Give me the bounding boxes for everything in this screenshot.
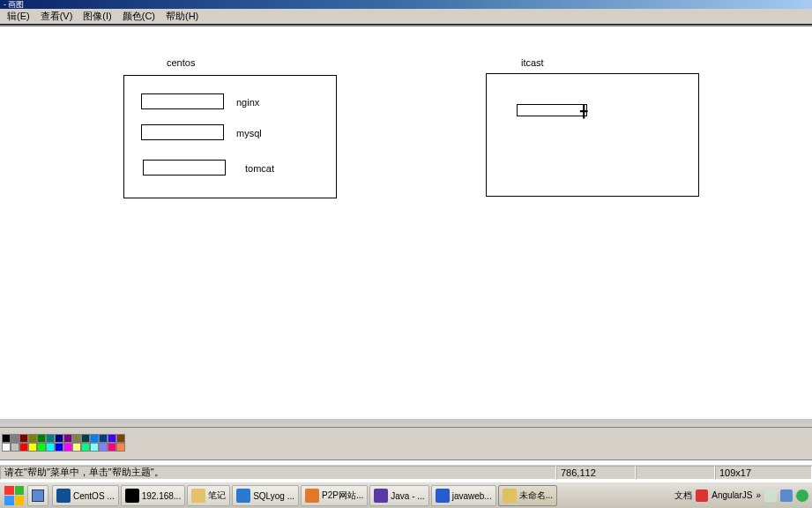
taskbar-item-icon-6 [436,489,450,503]
itcast-box: ╋ [486,73,699,197]
taskbar-item-label-0: CentOS ... [73,491,115,501]
drawing-cursor-icon: ╋ [580,104,587,118]
palette-swatch-1[interactable] [11,434,19,443]
palette-swatch-2[interactable] [19,434,28,443]
palette-swatch-20[interactable] [55,443,63,452]
palette-swatch-12[interactable] [108,434,116,443]
centos-item-rect-1 [141,124,224,140]
palette-swatch-14[interactable] [2,443,11,452]
palette-swatch-15[interactable] [11,443,19,452]
palette-swatch-11[interactable] [99,434,108,443]
tray-icon-3[interactable] [780,489,793,502]
palette-swatch-23[interactable] [81,443,90,452]
palette-swatch-13[interactable] [116,434,125,443]
taskbar-item-icon-4 [305,489,319,503]
titlebar: - 画图 [0,0,812,9]
menu-image[interactable]: 图像(I) [78,10,116,23]
palette-swatch-0[interactable] [2,434,11,443]
palette-swatch-21[interactable] [63,443,72,452]
centos-item-label-2: tomcat [245,163,274,174]
status-empty [636,466,715,480]
taskbar-item-icon-3 [236,489,250,503]
taskbar-item-label-4: P2P网站... [322,489,363,502]
desktop-icon [32,489,44,502]
tray-icon-4[interactable] [796,489,808,502]
centos-title: centos [167,57,195,68]
centos-item-label-0: nginx [236,97,259,108]
taskbar-item-1[interactable]: 192.168... [121,485,185,506]
palette-swatch-27[interactable] [116,443,125,452]
centos-item-label-1: mysql [236,128,262,138]
taskbar-item-0[interactable]: CentOS ... [52,485,119,506]
palette-swatch-16[interactable] [19,443,28,452]
palette-swatch-9[interactable] [81,434,90,443]
taskbar-item-icon-2 [191,489,205,503]
palette-swatch-26[interactable] [108,443,116,452]
taskbar-item-label-1: 192.168... [142,491,181,501]
tray-icon-2[interactable] [764,489,777,502]
canvas-area[interactable]: centos nginx mysql tomcat itcast ╋ [0,25,812,413]
status-bar: 请在"帮助"菜单中，单击"帮助主题"。 786,112 109x17 [0,464,812,480]
palette-swatch-4[interactable] [37,434,46,443]
taskbar-item-5[interactable]: Java - ... [369,485,428,506]
palette-swatch-5[interactable] [46,434,55,443]
tray-raquo-icon: » [756,490,761,500]
palette-swatch-8[interactable] [72,434,81,443]
menu-help[interactable]: 帮助(H) [160,10,204,23]
taskbar-item-icon-0 [56,489,71,503]
show-desktop-button[interactable] [27,485,48,506]
palette-strip [0,418,812,427]
palette-swatch-18[interactable] [37,443,46,452]
taskbar-item-4[interactable]: P2P网站... [301,485,368,506]
menu-view[interactable]: 查看(V) [35,10,78,23]
palette-swatch-10[interactable] [90,434,99,443]
taskbar-item-icon-1 [125,489,139,503]
start-button[interactable] [2,484,26,507]
menu-color[interactable]: 颜色(C) [117,10,160,23]
taskbar-item-icon-5 [374,489,388,503]
windows-logo-icon [4,486,24,505]
taskbar: CentOS ...192.168...笔记SQLyog ...P2P网站...… [0,482,812,508]
palette-swatch-25[interactable] [99,443,108,452]
palette-swatch-3[interactable] [28,434,37,443]
taskbar-item-3[interactable]: SQLyog ... [232,485,299,506]
taskbar-item-label-5: Java - ... [391,491,424,501]
centos-box: nginx mysql tomcat [123,75,337,198]
centos-item-rect-2 [143,160,226,176]
taskbar-item-label-2: 笔记 [208,489,226,502]
taskbar-item-label-6: javaweb... [452,491,492,501]
taskbar-item-label-7: 未命名... [519,489,553,502]
palette-swatch-6[interactable] [55,434,63,443]
tray-doc-label: 文档 [674,489,692,502]
palette-swatch-22[interactable] [72,443,81,452]
app-title: - 画图 [4,0,25,11]
itcast-title: itcast [521,57,544,68]
status-help-text: 请在"帮助"菜单中，单击"帮助主题"。 [0,466,556,480]
centos-item-rect-0 [141,93,224,109]
start-area [0,482,51,508]
palette-swatch-7[interactable] [63,434,72,443]
taskbar-item-2[interactable]: 笔记 [187,485,230,506]
tray-icon-1[interactable] [696,489,708,502]
menubar: 辑(E) 查看(V) 图像(I) 颜色(C) 帮助(H) [0,9,812,25]
tray-angular-label: AngularJS [711,490,752,500]
color-palette[interactable] [2,434,125,452]
status-size: 109x17 [715,466,812,480]
taskbar-item-7[interactable]: 未命名... [498,485,557,506]
palette-swatch-19[interactable] [46,443,55,452]
menu-edit[interactable]: 辑(E) [2,10,35,23]
system-tray: 文档 AngularJS » [671,482,812,508]
palette-swatch-17[interactable] [28,443,37,452]
taskbar-item-label-3: SQLyog ... [253,491,294,501]
status-coords: 786,112 [556,466,636,480]
palette-swatch-24[interactable] [90,443,99,452]
itcast-drawing-rect [517,104,587,116]
taskbar-item-6[interactable]: javaweb... [431,485,496,506]
taskbar-item-icon-7 [503,489,517,503]
